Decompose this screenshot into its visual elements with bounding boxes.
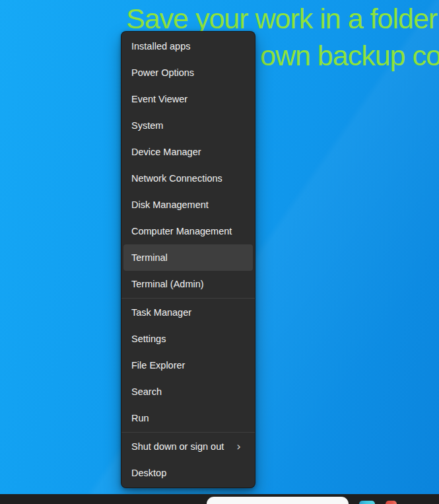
menu-item-computer-management[interactable]: Computer Management (123, 218, 253, 244)
menu-item-network-connections[interactable]: Network Connections (123, 165, 253, 192)
menu-separator (121, 432, 255, 433)
menu-item-device-manager[interactable]: Device Manager (123, 139, 253, 165)
taskbar-search-box[interactable] (207, 497, 349, 504)
menu-item-settings[interactable]: Settings (123, 326, 253, 352)
chevron-right-icon: › (236, 441, 245, 452)
menu-item-shut-down-or-sign-out[interactable]: Shut down or sign out› (123, 433, 253, 460)
menu-item-run[interactable]: Run (123, 405, 253, 431)
menu-item-file-explorer[interactable]: File Explorer (123, 352, 253, 378)
menu-item-label: Shut down or sign out (131, 441, 224, 452)
menu-item-label: Desktop (131, 468, 166, 478)
taskbar (0, 494, 439, 504)
winx-context-menu: Installed appsPower OptionsEvent ViewerS… (121, 31, 255, 488)
menu-item-power-options[interactable]: Power Options (123, 59, 253, 86)
menu-item-label: Search (131, 386, 162, 397)
menu-item-label: File Explorer (131, 360, 185, 371)
menu-item-desktop[interactable]: Desktop (123, 460, 253, 486)
menu-item-label: Run (131, 413, 149, 423)
menu-item-label: Disk Management (131, 199, 209, 210)
menu-separator (121, 298, 255, 299)
taskbar-app-icon-red[interactable] (386, 501, 397, 504)
menu-item-task-manager[interactable]: Task Manager (123, 299, 253, 326)
menu-item-label: Computer Management (131, 226, 232, 236)
menu-item-terminal-admin[interactable]: Terminal (Admin) (123, 271, 253, 297)
menu-item-label: Installed apps (131, 41, 190, 52)
menu-item-label: Terminal (131, 252, 168, 263)
menu-item-label: Terminal (Admin) (131, 279, 204, 289)
menu-item-label: Device Manager (131, 147, 201, 157)
menu-item-label: Task Manager (131, 307, 191, 318)
menu-item-installed-apps[interactable]: Installed apps (123, 33, 253, 59)
menu-item-terminal[interactable]: Terminal (123, 244, 253, 271)
desktop-message-line2: own backup co (260, 40, 439, 72)
menu-item-label: Event Viewer (131, 94, 187, 104)
taskbar-app-icon-teal[interactable] (359, 501, 375, 504)
menu-item-disk-management[interactable]: Disk Management (123, 192, 253, 218)
menu-item-search[interactable]: Search (123, 378, 253, 405)
menu-item-label: Settings (131, 334, 166, 344)
menu-item-system[interactable]: System (123, 112, 253, 139)
menu-item-label: Network Connections (131, 173, 222, 184)
menu-item-label: Power Options (131, 67, 194, 78)
menu-item-label: System (131, 120, 163, 131)
menu-item-event-viewer[interactable]: Event Viewer (123, 86, 253, 112)
